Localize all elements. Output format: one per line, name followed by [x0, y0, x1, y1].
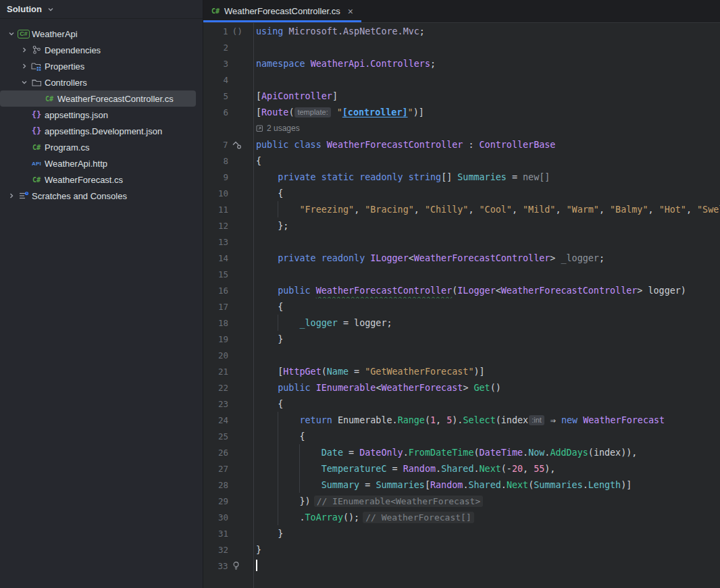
gutter-cell[interactable]: 24 [203, 412, 254, 428]
code-line-3[interactable]: 3namespace WeatherApi.Controllers; [203, 55, 720, 72]
code-content[interactable]: [HttpGet(Name = "GetWeatherForecast")] [254, 363, 720, 379]
tree-item-dependencies[interactable]: Dependencies [0, 42, 196, 58]
code-line-6[interactable]: 6[Route(template: "[controller]")] [203, 104, 720, 120]
code-line-13[interactable]: 13 [203, 234, 720, 250]
gutter-cell[interactable]: 31 [203, 525, 254, 541]
gutter-cell[interactable]: 13 [203, 234, 254, 250]
code-vision-row[interactable]: 2 usages [203, 120, 720, 136]
code-content[interactable]: public WeatherForecastController(ILogger… [254, 282, 720, 298]
code-content[interactable]: Summary = Summaries[Random.Shared.Next(S… [254, 477, 720, 493]
code-line-19[interactable]: 19 } [203, 331, 720, 347]
gutter-cell[interactable]: 10 [203, 185, 254, 201]
gutter-cell[interactable]: 21 [203, 363, 254, 379]
code-content[interactable]: { [254, 153, 720, 169]
code-content[interactable]: { [254, 298, 720, 315]
code-content[interactable]: namespace WeatherApi.Controllers; [254, 55, 720, 72]
gutter-cell[interactable]: 6 [203, 104, 254, 120]
code-line-2[interactable]: 2 [203, 39, 720, 55]
tree-item-program-cs[interactable]: C#Program.cs [0, 139, 196, 155]
gutter-cell[interactable]: 11 [203, 201, 254, 217]
tree-item-scratches-and-consoles[interactable]: Scratches and Consoles [0, 188, 196, 204]
gutter-cell[interactable]: 17 [203, 298, 254, 315]
gutter-cell[interactable]: 32 [203, 541, 254, 558]
code-content[interactable] [254, 558, 720, 574]
code-line-7[interactable]: 7public class WeatherForecastController … [203, 136, 720, 153]
code-line-29[interactable]: 29 })// IEnumerable<WeatherForecast> [203, 493, 720, 509]
gutter-cell[interactable]: 27 [203, 460, 254, 477]
gutter-cell[interactable]: 23 [203, 396, 254, 412]
gutter-cell[interactable]: 8 [203, 153, 254, 169]
code-content[interactable]: } [254, 525, 720, 541]
imports-region-icon[interactable]: () [228, 26, 253, 36]
code-content[interactable]: { [254, 428, 720, 444]
code-line-21[interactable]: 21 [HttpGet(Name = "GetWeatherForecast")… [203, 363, 720, 379]
code-content[interactable]: _logger = logger; [254, 315, 720, 331]
gutter-cell[interactable]: 9 [203, 169, 254, 185]
code-content[interactable]: 2 usages [254, 120, 720, 136]
tree-item-appsettings-json[interactable]: {}appsettings.json [0, 107, 196, 123]
gutter-cell[interactable]: 19 [203, 331, 254, 347]
code-content[interactable] [254, 266, 720, 282]
code-content[interactable] [254, 347, 720, 363]
code-content[interactable]: return Enumerable.Range(1, 5).Select(ind… [254, 412, 720, 428]
tree-item-weatherapi-http[interactable]: APIWeatherApi.http [0, 155, 196, 171]
gutter-cell[interactable]: 33 [203, 558, 254, 574]
tree-item-weatherforecast-cs[interactable]: C#WeatherForecast.cs [0, 171, 196, 188]
code-line-32[interactable]: 32} [203, 541, 720, 558]
tree-item-appsettings-development-json[interactable]: {}appsettings.Development.json [0, 123, 196, 139]
code-content[interactable]: public IEnumerable<WeatherForecast> Get(… [254, 379, 720, 396]
code-content[interactable]: using Microsoft.AspNetCore.Mvc; [254, 23, 720, 39]
code-content[interactable]: TemperatureC = Random.Shared.Next(-20, 5… [254, 460, 720, 477]
code-content[interactable]: private static readonly string[] Summari… [254, 169, 720, 185]
code-line-33[interactable]: 33 [203, 558, 720, 574]
chevron-down-icon[interactable] [18, 78, 30, 86]
lightbulb-icon[interactable] [228, 561, 253, 570]
gutter-cell[interactable]: 14 [203, 250, 254, 266]
gutter-cell[interactable]: 3 [203, 55, 254, 72]
code-line-4[interactable]: 4 [203, 72, 720, 88]
tree-item-weatherapi[interactable]: C#WeatherApi [0, 26, 196, 42]
code-content[interactable]: public class WeatherForecastController :… [254, 136, 720, 153]
tree-item-controllers[interactable]: Controllers [0, 74, 196, 90]
tab-weatherforecastcontroller[interactable]: C# WeatherForecastController.cs × [203, 0, 361, 22]
code-line-17[interactable]: 17 { [203, 298, 720, 315]
code-line-1[interactable]: 1()using Microsoft.AspNetCore.Mvc; [203, 23, 720, 39]
code-line-18[interactable]: 18 _logger = logger; [203, 315, 720, 331]
gutter-cell[interactable]: 22 [203, 379, 254, 396]
code-content[interactable]: [ApiController] [254, 88, 720, 104]
gutter-cell[interactable]: 7 [203, 136, 254, 153]
code-content[interactable]: "Freezing", "Bracing", "Chilly", "Cool",… [254, 201, 720, 217]
code-content[interactable]: Date = DateOnly.FromDateTime(DateTime.No… [254, 444, 720, 460]
code-content[interactable] [254, 39, 720, 55]
gutter-cell[interactable]: 29 [203, 493, 254, 509]
code-content[interactable]: })// IEnumerable<WeatherForecast> [254, 493, 720, 509]
gutter-cell[interactable]: 16 [203, 282, 254, 298]
inheritor-marker-icon[interactable] [228, 140, 253, 149]
tab-close-icon[interactable]: × [348, 6, 353, 17]
code-line-16[interactable]: 16 public WeatherForecastController(ILog… [203, 282, 720, 298]
code-line-12[interactable]: 12 }; [203, 217, 720, 234]
chevron-right-icon[interactable] [18, 46, 30, 54]
chevron-right-icon[interactable] [5, 192, 18, 200]
gutter-cell[interactable]: 2 [203, 39, 254, 55]
code-content[interactable]: } [254, 331, 720, 347]
code-line-26[interactable]: 26 Date = DateOnly.FromDateTime(DateTime… [203, 444, 720, 460]
gutter-cell[interactable]: 20 [203, 347, 254, 363]
code-line-14[interactable]: 14 private readonly ILogger<WeatherForec… [203, 250, 720, 266]
code-line-30[interactable]: 30 .ToArray();// WeatherForecast[] [203, 509, 720, 525]
code-line-31[interactable]: 31 } [203, 525, 720, 541]
code-content[interactable] [254, 72, 720, 88]
code-content[interactable]: private readonly ILogger<WeatherForecast… [254, 250, 720, 266]
gutter-cell[interactable]: 28 [203, 477, 254, 493]
usages-count-label[interactable]: 2 usages [267, 124, 300, 133]
code-line-11[interactable]: 11 "Freezing", "Bracing", "Chilly", "Coo… [203, 201, 720, 217]
code-content[interactable] [254, 234, 720, 250]
gutter-cell[interactable]: 15 [203, 266, 254, 282]
code-content[interactable]: .ToArray();// WeatherForecast[] [254, 509, 720, 525]
code-content[interactable]: { [254, 396, 720, 412]
code-line-28[interactable]: 28 Summary = Summaries[Random.Shared.Nex… [203, 477, 720, 493]
tree-item-weatherforecastcontroller-cs[interactable]: C#WeatherForecastController.cs [0, 90, 196, 107]
code-line-22[interactable]: 22 public IEnumerable<WeatherForecast> G… [203, 379, 720, 396]
chevron-right-icon[interactable] [18, 62, 30, 70]
gutter-cell[interactable]: 12 [203, 217, 254, 234]
